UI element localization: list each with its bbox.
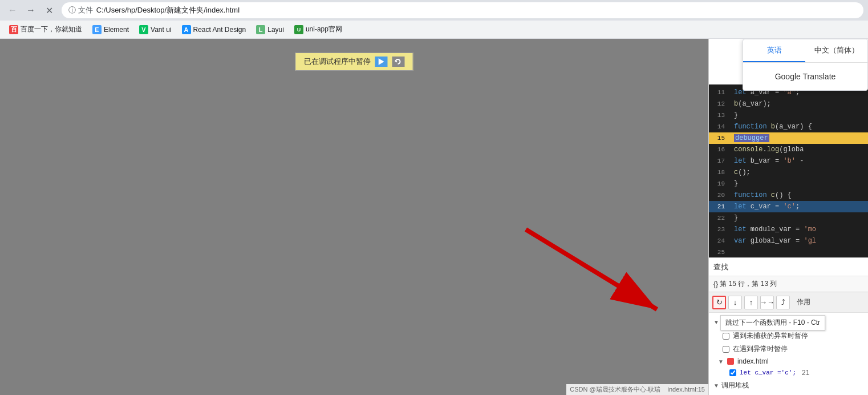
callstack-header[interactable]: ▼ 调用堆栈: [709, 378, 868, 393]
debug-toolbar: ↻ ↓ ↑ →→ ⤴ 作用 跳过下一个函数调用 - F10 - Ctr: [709, 292, 868, 312]
search-bar: 查找: [709, 257, 868, 276]
position-detail: 第 15 行，第 13 列: [720, 279, 777, 289]
translate-logo: Google Translate: [743, 63, 867, 90]
breakpoint-caught: 在遇到异常时暂停: [709, 342, 868, 356]
svg-line-3: [526, 229, 657, 309]
line-content-13: }: [729, 111, 738, 119]
layui-label: Layui: [267, 26, 284, 34]
line-content-12: b(a_var);: [729, 100, 771, 108]
bookmarks-bar: 百 百度一下，你就知道 E Element V Vant ui A React …: [0, 21, 868, 39]
address-bar[interactable]: ⓘ 文件 C:/Users/hp/Desktop/新建文件夹/index.htm…: [62, 2, 863, 18]
red-arrow: [509, 212, 680, 327]
line-num-23: 23: [709, 226, 729, 233]
bookmark-baidu[interactable]: 百 百度一下，你就知道: [5, 22, 87, 37]
bookmark-antd[interactable]: A React Ant Design: [177, 23, 251, 37]
code-line-12: 12 b(a_var);: [709, 98, 868, 110]
line-num-16: 16: [709, 146, 729, 153]
uncaught-label: 遇到未捕获的异常时暂停: [733, 331, 808, 341]
code-lines: 11 let a_var = "a"; 12 b(a_var); 13 } 14…: [709, 84, 868, 257]
element-icon: E: [92, 25, 102, 34]
line-num-14: 14: [709, 123, 729, 130]
line-num-22: 22: [709, 215, 729, 221]
translate-tab-english[interactable]: 英语: [743, 39, 805, 62]
caught-checkbox[interactable]: [723, 346, 729, 353]
code-line-15: 15 debugger: [709, 132, 868, 144]
back-button[interactable]: ←: [5, 2, 21, 18]
nav-buttons: ← → ✕: [5, 2, 57, 18]
search-label: 查找: [713, 262, 728, 272]
line-num-24: 24: [709, 237, 729, 244]
close-button[interactable]: ✕: [41, 2, 57, 18]
triangle-icon: ▼: [713, 319, 719, 325]
line-num-18: 18: [709, 169, 729, 176]
code-line-19: 19 }: [709, 178, 868, 190]
line-num-15: 15: [709, 135, 729, 142]
debug-btn-deactivate[interactable]: ⤴: [776, 296, 790, 309]
resume-button[interactable]: [375, 57, 388, 67]
paused-text: 已在调试程序中暂停: [304, 57, 371, 67]
bookmark-layui[interactable]: L Layui: [252, 23, 289, 37]
line-num-20: 20: [709, 192, 729, 199]
line-num-11: 11: [709, 89, 729, 96]
code-editor: 11 let a_var = "a"; 12 b(a_var); 13 } 14…: [709, 84, 868, 257]
layui-icon: L: [256, 25, 265, 34]
code-line-23: 23 let module_var = 'mo: [709, 224, 868, 235]
file-breakpoint-line: let c_var ='c'; 21: [709, 367, 868, 378]
file-line-checkbox[interactable]: [729, 369, 736, 376]
main-area: 已在调试程序中暂停 CSDN @瑞晟技术服务中心-耿瑞: [0, 39, 868, 395]
code-line-21: 21 let c_var = 'c';: [709, 201, 868, 212]
browser-chrome: ← → ✕ ⓘ 文件 C:/Users/hp/Desktop/新建文件夹/ind…: [0, 0, 868, 21]
vant-icon: V: [139, 25, 148, 34]
file-name: index.html: [737, 357, 769, 365]
code-line-13: 13 }: [709, 110, 868, 121]
line-content-20: function c() {: [729, 191, 792, 199]
line-num-17: 17: [709, 158, 729, 164]
code-line-22: 22 }: [709, 212, 868, 224]
file-breakpoint-item: ▼ index.html: [709, 356, 868, 367]
page-viewport: 已在调试程序中暂停 CSDN @瑞晟技术服务中心-耿瑞: [0, 39, 708, 395]
line-content-22: }: [729, 214, 738, 222]
action-label: 作用: [797, 297, 810, 307]
vant-label: Vant ui: [151, 26, 171, 34]
position-text: {}: [713, 280, 718, 288]
baidu-icon: 百: [9, 25, 18, 34]
line-num-25: 25: [709, 249, 729, 256]
bookmark-uniapp[interactable]: U uni-app官网: [290, 22, 347, 37]
line-content-21: let c_var = 'c';: [729, 203, 800, 211]
file-icon: [727, 358, 734, 365]
play-icon: [379, 58, 384, 65]
antd-icon: A: [182, 25, 191, 34]
debug-btn-step-over[interactable]: ↻: [712, 296, 726, 309]
line-content-18: c();: [729, 168, 751, 176]
debug-btn-step-into[interactable]: ↓: [728, 296, 742, 309]
svg-marker-0: [379, 58, 384, 65]
protocol-icon: ⓘ 文件: [68, 5, 93, 15]
devtools-panel: 英语 中文（简体） Google Translate 11 let a_var …: [708, 39, 868, 395]
uncaught-checkbox[interactable]: [723, 333, 729, 340]
antd-label: React Ant Design: [193, 26, 246, 34]
forward-button[interactable]: →: [23, 2, 39, 18]
bookmark-element[interactable]: E Element: [88, 23, 133, 37]
address-text: C:/Users/hp/Desktop/新建文件夹/index.html: [96, 5, 240, 15]
element-label: Element: [104, 26, 129, 34]
uniapp-label: uni-app官网: [306, 25, 342, 34]
callstack-label: 调用堆栈: [721, 381, 749, 390]
baidu-label: 百度一下，你就知道: [21, 25, 82, 34]
paused-banner: 已在调试程序中暂停: [295, 53, 413, 71]
breakpoint-uncaught: 遇到未捕获的异常时暂停: [709, 329, 868, 342]
translate-tab-chinese[interactable]: 中文（简体）: [805, 39, 867, 62]
bookmark-vant[interactable]: V Vant ui: [135, 23, 176, 37]
code-line-18: 18 c();: [709, 167, 868, 178]
line-content-24: var global_var = 'gl: [729, 237, 816, 245]
step-button[interactable]: [392, 57, 405, 67]
code-line-17: 17 let b_var = 'b' -: [709, 155, 868, 167]
callstack-triangle-icon: ▼: [713, 382, 719, 389]
line-num-21: 21: [709, 203, 729, 210]
step-over-tooltip: 跳过下一个函数调用 - F10 - Ctr: [720, 315, 825, 330]
translate-tabs: 英语 中文（简体）: [743, 39, 867, 63]
debug-btn-step-next[interactable]: →→: [760, 296, 774, 309]
code-line-24: 24 var global_var = 'gl: [709, 235, 868, 247]
line-content-17: let b_var = 'b' -: [729, 157, 804, 165]
line-content-19: }: [729, 180, 738, 188]
debug-btn-step-out[interactable]: ↑: [744, 296, 758, 309]
